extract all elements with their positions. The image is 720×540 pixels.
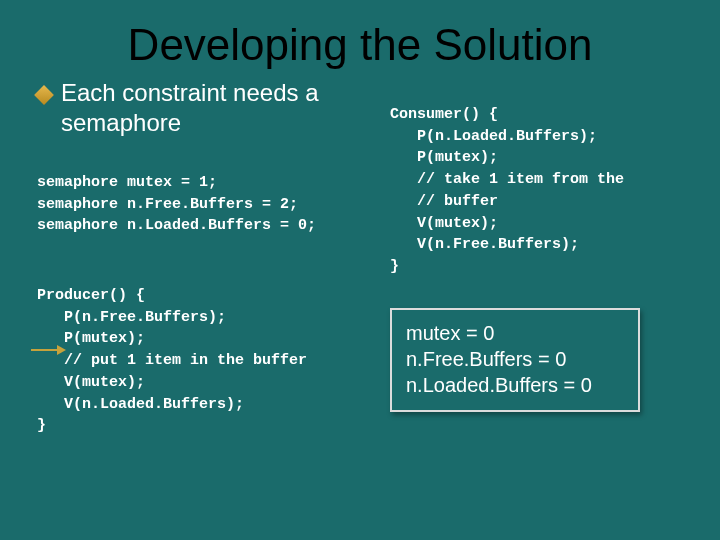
state-box: mutex = 0 n.Free.Buffers = 0 n.Loaded.Bu… [390,308,640,412]
code-line: V(n.Loaded.Buffers); [37,396,244,413]
code-line: // put 1 item in the buffer [37,352,307,369]
code-line: P(mutex); [390,149,498,166]
state-line: n.Loaded.Buffers = 0 [406,372,624,398]
producer-code: Producer() { P(n.Free.Buffers); P(mutex)… [37,263,375,437]
code-line: // take 1 item from the [390,171,624,188]
right-column: Consumer() { P(n.Loaded.Buffers); P(mute… [390,78,695,412]
arrow-head-icon [57,345,66,355]
left-column: Each constraint needs a semaphore semaph… [35,78,375,437]
producer-code-block: Producer() { P(n.Free.Buffers); P(mutex)… [37,263,375,437]
slide-title: Developing the Solution [0,0,720,70]
declarations-code: semaphore mutex = 1; semaphore n.Free.Bu… [37,150,375,237]
code-line: P(n.Loaded.Buffers); [390,128,597,145]
consumer-code: Consumer() { P(n.Loaded.Buffers); P(mute… [390,82,695,278]
code-line: Producer() { [37,287,145,304]
arrow-line [31,349,57,351]
diamond-bullet-icon [34,85,54,105]
code-line: // buffer [390,193,498,210]
code-line: V(mutex); [390,215,498,232]
slide-body: Each constraint needs a semaphore semaph… [0,78,720,528]
code-line: V(mutex); [37,374,145,391]
bullet-item: Each constraint needs a semaphore [35,78,375,138]
state-line: mutex = 0 [406,320,624,346]
code-line: Consumer() { [390,106,498,123]
state-line: n.Free.Buffers = 0 [406,346,624,372]
code-line: semaphore mutex = 1; [37,174,217,191]
bullet-text: Each constraint needs a semaphore [61,78,375,138]
code-line: semaphore n.Loaded.Buffers = 0; [37,217,316,234]
code-line: V(n.Free.Buffers); [390,236,579,253]
code-line: P(n.Free.Buffers); [37,309,226,326]
code-line: } [390,258,399,275]
code-line: } [37,417,46,434]
code-line: semaphore n.Free.Buffers = 2; [37,196,298,213]
arrow-icon [31,345,66,355]
